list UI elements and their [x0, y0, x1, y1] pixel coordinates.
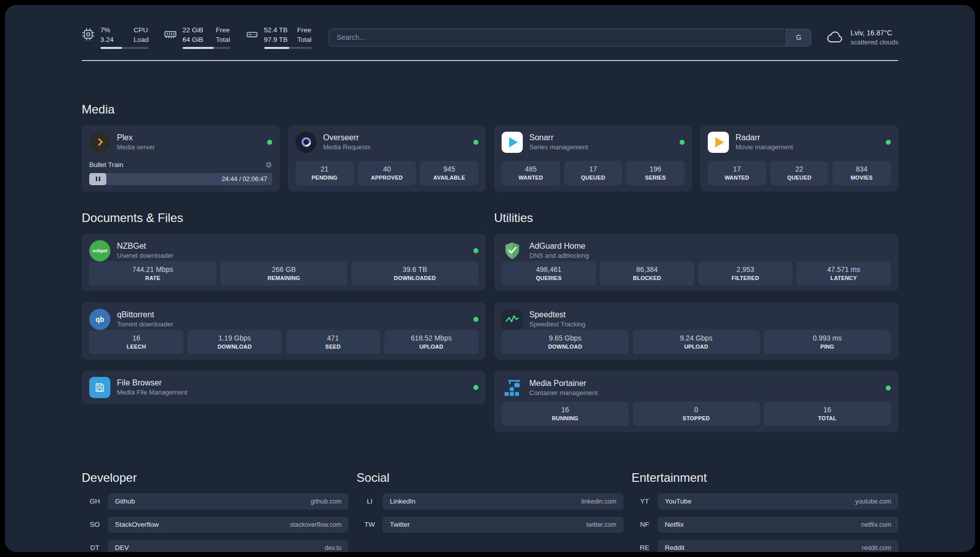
bookmark-group-developer: Developer GH Githubgithub.com SO StackOv… — [82, 471, 348, 552]
weather-location: Lviv, 16.87°C — [850, 28, 898, 38]
status-indicator — [680, 140, 685, 145]
stat-tile: 744.21 Mbps RATE — [89, 261, 216, 286]
service-description: Media File Management — [117, 388, 187, 397]
stat-tile: 834 MOVIES — [832, 161, 891, 185]
stat-value: 16 — [561, 406, 569, 414]
bookmark-dev[interactable]: DT DEVdev.to — [82, 540, 348, 552]
bookmark-name: Github — [115, 497, 135, 505]
resource-widgets: 7% CPU 3.24 Load — [82, 26, 312, 49]
service-name: qBittorrent — [117, 310, 173, 320]
search-bar: G — [329, 29, 811, 46]
bookmark-linkedin[interactable]: LI LinkedInlinkedin.com — [356, 493, 623, 510]
stats-row: 485 WANTED 17 QUEUED 196 SERIES — [502, 161, 685, 185]
service-description: DNS and adblocking — [529, 252, 589, 260]
stat-value: 9.65 Gbps — [549, 334, 582, 342]
stat-label: UPLOAD — [419, 344, 444, 350]
memory-total-value: 64 GiB — [182, 36, 208, 44]
service-description: Media Requests — [323, 143, 371, 152]
cpu-load-value: 3.24 — [100, 36, 126, 44]
service-card-qbittorrent[interactable]: qb qBittorrent Torrent downloader 16 LEE… — [82, 302, 486, 360]
sonarr-icon — [502, 132, 523, 153]
stat-value: 9.24 Gbps — [680, 334, 713, 342]
stat-value: 196 — [650, 165, 661, 173]
service-card-nzbget[interactable]: nzbget NZBGet Usenet downloader 744.21 M… — [82, 234, 486, 291]
service-card-filebrowser[interactable]: File Browser Media File Management — [82, 371, 486, 404]
stat-tile: 9.24 Gbps UPLOAD — [633, 330, 760, 354]
cpu-progress-bar — [100, 47, 149, 49]
now-playing-widget: Bullet Train ⚙ 24:44 / 02:06:47 — [89, 160, 272, 185]
bookmark-url: dev.to — [325, 544, 341, 551]
stat-tile: 1.19 Gbps DOWNLOAD — [188, 330, 282, 354]
stat-label: RUNNING — [552, 415, 579, 421]
stat-value: 618.52 Mbps — [411, 334, 452, 342]
memory-total-label: Total — [216, 36, 230, 44]
service-card-plex[interactable]: Plex Media server Bullet Train ⚙ 24:44 /… — [82, 125, 280, 192]
service-description: Series management — [529, 143, 588, 152]
bookmark-youtube[interactable]: YT YouTubeyoutube.com — [632, 493, 898, 510]
bookmark-url: twitter.com — [586, 521, 617, 528]
nzbget-icon: nzbget — [89, 240, 110, 261]
bookmark-twitter[interactable]: TW Twittertwitter.com — [356, 517, 623, 533]
bookmark-reddit[interactable]: RE Redditreddit.com — [632, 540, 898, 552]
cpu-usage-label: CPU — [134, 26, 149, 35]
service-description: Torrent downloader — [117, 320, 173, 329]
weather-condition: scattered clouds — [850, 38, 898, 47]
bookmark-name: Netflix — [665, 521, 684, 528]
stat-label: WANTED — [518, 175, 543, 181]
stat-label: QUERIES — [536, 275, 562, 281]
bookmark-url: reddit.com — [862, 544, 891, 551]
stat-label: MOVIES — [850, 175, 873, 181]
service-description: Speedtest Tracking — [529, 320, 585, 329]
service-card-speedtest[interactable]: Speedtest Speedtest Tracking 9.65 Gbps D… — [494, 302, 898, 360]
service-name: Speedtest — [529, 310, 585, 320]
stat-label: DOWNLOAD — [548, 344, 582, 350]
bookmark-abbr: TW — [356, 521, 383, 528]
stat-value: 485 — [525, 165, 536, 173]
disk-free-label: Free — [297, 26, 312, 35]
service-card-adguard[interactable]: AdGuard Home DNS and adblocking 498,461 … — [494, 234, 898, 291]
bookmark-abbr: LI — [356, 497, 383, 505]
bookmark-stackoverflow[interactable]: SO StackOverflowstackoverflow.com — [82, 517, 348, 533]
playback-progress-bar[interactable]: 24:44 / 02:06:47 — [89, 173, 272, 185]
bookmark-netflix[interactable]: NF Netflixnetflix.com — [632, 517, 898, 533]
pause-button[interactable] — [89, 173, 106, 185]
stat-tile: 40 APPROVED — [358, 161, 416, 185]
stat-tile: 16 TOTAL — [764, 402, 891, 426]
portainer-icon — [502, 377, 523, 399]
service-description: Media server — [117, 143, 155, 152]
bookmark-url: netflix.com — [861, 521, 891, 528]
stat-label: SERIES — [645, 175, 666, 181]
bookmark-name: LinkedIn — [390, 497, 415, 505]
nzbget-icon-text: nzbget — [93, 248, 107, 253]
overseerr-icon — [295, 132, 317, 153]
gear-icon[interactable]: ⚙ — [266, 160, 272, 170]
qbittorrent-icon-text: qb — [95, 315, 104, 323]
service-name: Overseerr — [323, 133, 371, 143]
disk-progress-fill — [264, 47, 289, 49]
service-card-sonarr[interactable]: Sonarr Series management 485 WANTED 17 Q… — [494, 125, 692, 192]
stat-value: 17 — [733, 165, 741, 173]
search-input[interactable] — [329, 29, 786, 46]
cpu-icon — [82, 28, 95, 41]
stat-value: 21 — [321, 165, 329, 173]
service-card-overseerr[interactable]: Overseerr Media Requests 21 PENDING 40 A… — [288, 125, 486, 192]
stats-row: 16 RUNNING 0 STOPPED 16 TOTAL — [502, 402, 891, 426]
bookmark-url: stackoverflow.com — [290, 521, 341, 528]
service-description: Container management — [529, 389, 598, 398]
service-card-radarr[interactable]: Radarr Movie management 17 WANTED 22 QUE… — [700, 125, 898, 192]
search-provider-button[interactable]: G — [786, 29, 811, 46]
memory-widget: 22 GiB Free 64 GiB Total — [164, 26, 230, 49]
service-card-portainer[interactable]: Media Portainer Container management 16 … — [494, 371, 898, 432]
bookmark-url: github.com — [311, 498, 341, 505]
section-title-utilities: Utilities — [494, 211, 898, 225]
stat-value: 47.571 ms — [827, 265, 860, 273]
section-media: Media Plex Media server Bullet Tra — [82, 102, 898, 192]
service-name: Media Portainer — [529, 378, 598, 389]
stat-value: 0 — [694, 406, 698, 414]
stat-label: BLOCKED — [633, 275, 661, 281]
bookmark-github[interactable]: GH Githubgithub.com — [82, 493, 348, 510]
bookmark-group-social: Social LI LinkedInlinkedin.com TW Twitte… — [356, 471, 623, 552]
bookmark-abbr: RE — [632, 544, 658, 551]
service-description: Movie management — [736, 143, 793, 152]
stat-value: 744.21 Mbps — [133, 265, 173, 273]
